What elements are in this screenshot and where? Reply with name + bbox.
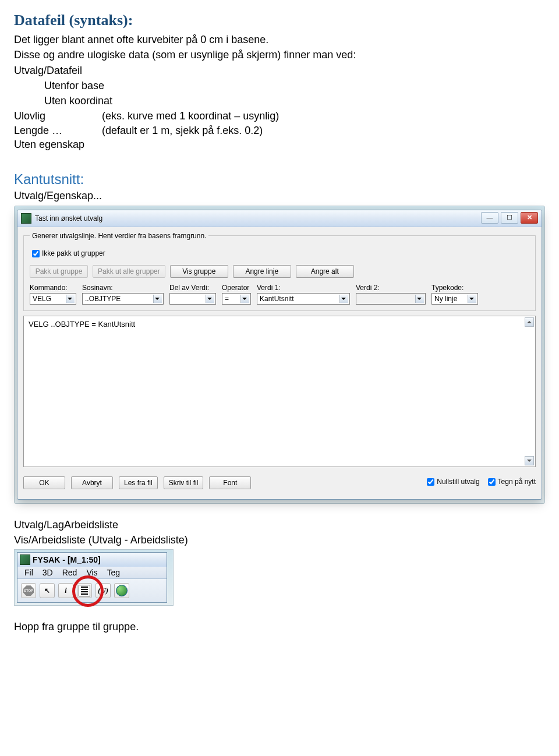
les-fra-fil-button[interactable]: Les fra fil (119, 476, 158, 489)
u-icon[interactable]: (U) (95, 583, 111, 598)
fysak-app-icon (20, 554, 30, 565)
maximize-button[interactable]: ☐ (501, 212, 518, 224)
del-av-verdi-combo[interactable] (169, 293, 216, 305)
ulovlig-desc: (eks. kurve med 1 koordinat – usynlig) (102, 109, 296, 123)
skriv-til-fil-button[interactable]: Skriv til fil (164, 476, 204, 489)
titlebar[interactable]: Tast inn ønsket utvalg — ☐ ✕ (17, 210, 542, 227)
verdi2-label: Verdi 2: (356, 284, 426, 292)
intro-line3: Utvalg/Datafeil (14, 63, 545, 77)
avbryt-button[interactable]: Avbryt (71, 476, 113, 489)
operator-label: Operator (222, 284, 251, 292)
intro-line2: Disse og andre ulogiske data (som er usy… (14, 48, 545, 62)
minimize-button[interactable]: — (481, 212, 498, 224)
app-icon (21, 213, 31, 224)
arrow-icon[interactable]: ↖ (40, 583, 55, 598)
checkbox-nullstill-input[interactable] (427, 478, 434, 486)
scroll-up-icon[interactable] (525, 317, 534, 327)
kommando-combo[interactable]: VELG (30, 293, 76, 305)
typekode-label: Typekode: (431, 284, 478, 292)
checkbox-tegn-input[interactable] (488, 478, 496, 486)
dialog-tast-inn: Tast inn ønsket utvalg — ☐ ✕ Generer utv… (17, 210, 542, 500)
checkbox-tegn[interactable]: Tegn på nytt (486, 476, 536, 487)
last-line: Hopp fra gruppe til gruppe. (14, 620, 545, 634)
font-button[interactable]: Font (209, 476, 251, 489)
intro-line4: Utenfor base (14, 79, 545, 93)
checkbox-tegn-label: Tegn på nytt (498, 478, 536, 486)
menu-3d[interactable]: 3D (39, 568, 56, 577)
vis-gruppe-button[interactable]: Vis gruppe (170, 265, 228, 278)
checkbox-nullstill-label: Nullstill utvalg (437, 478, 479, 486)
fysak-toolbar: STOP ↖ i (U) (17, 579, 167, 602)
window-title: Tast inn ønsket utvalg (35, 214, 102, 222)
menu-red[interactable]: Red (59, 568, 81, 577)
dialog-backdrop: Tast inn ønsket utvalg — ☐ ✕ Generer utv… (14, 206, 545, 504)
fysak-window: FYSAK - [M_1:50] Fil 3D Red Vis Teg STOP… (17, 552, 167, 603)
query-textarea[interactable]: VELG ..OBJTYPE = KantUtsnitt (23, 316, 536, 467)
groupbox-legend: Generer utvalgslinje. Hent verdier fra b… (30, 232, 208, 240)
checkbox-ikke-pakk-label: Ikke pakk ut grupper (42, 249, 105, 257)
verdi1-combo[interactable]: KantUtsnitt (257, 293, 350, 305)
fysak-backdrop: FYSAK - [M_1:50] Fil 3D Red Vis Teg STOP… (14, 549, 174, 606)
menu-fil[interactable]: Fil (21, 568, 37, 577)
verdi1-label: Verdi 1: (257, 284, 350, 292)
egenskap-label: Uten egenskap (14, 137, 102, 151)
stop-icon[interactable]: STOP (21, 583, 36, 598)
fysak-titlebar[interactable]: FYSAK - [M_1:50] (17, 553, 167, 567)
verdi2-combo (356, 293, 426, 305)
query-text: VELG ..OBJTYPE = KantUtsnitt (29, 320, 135, 328)
lengde-desc: (default er 1 m, sjekk på f.eks. 0.2) (102, 123, 296, 137)
fysak-menus: Fil 3D Red Vis Teg (17, 567, 167, 579)
checkbox-nullstill[interactable]: Nullstill utvalg (424, 476, 479, 487)
list-icon[interactable] (77, 583, 92, 598)
close-button[interactable]: ✕ (521, 212, 538, 224)
intro-line1: Det ligger blant annet ofte kurvebiter p… (14, 33, 545, 47)
groupbox-generer: Generer utvalgslinje. Hent verdier fra b… (23, 232, 536, 311)
sosinavn-label: Sosinavn: (82, 284, 164, 292)
menu-teg[interactable]: Teg (104, 568, 124, 577)
ulovlig-label: Ulovlig (14, 109, 102, 123)
ok-button[interactable]: OK (23, 476, 65, 489)
menu-vis[interactable]: Vis (83, 568, 101, 577)
angre-alt-button[interactable]: Angre alt (296, 265, 354, 278)
angre-linje-button[interactable]: Angre linje (233, 265, 291, 278)
sosinavn-combo[interactable]: ..OBJTYPE (82, 293, 164, 305)
lengde-label: Lengde … (14, 123, 102, 137)
del-av-verdi-label: Del av Verdi: (169, 284, 216, 292)
heading-datafeil: Datafeil (syntaks): (14, 12, 545, 29)
pakk-ut-alle-button: Pakk ut alle grupper (93, 265, 165, 278)
info-icon[interactable]: i (58, 583, 73, 598)
post-l2: Vis/Arbeidsliste (Utvalg - Arbeidsliste) (14, 533, 545, 547)
kant-line: Utvalg/Egenskap... (14, 189, 545, 203)
scroll-down-icon[interactable] (525, 456, 534, 465)
post-l1: Utvalg/LagArbeidsliste (14, 518, 545, 532)
typekode-combo[interactable]: Ny linje (431, 293, 478, 305)
heading-kantutsnitt: Kantutsnitt: (14, 171, 545, 188)
operator-combo[interactable]: = (222, 293, 251, 305)
pakk-ut-gruppe-button: Pakk ut gruppe (30, 265, 88, 278)
intro-line5: Uten koordinat (14, 94, 545, 108)
checkbox-ikke-pakk[interactable]: Ikke pakk ut grupper (30, 248, 105, 259)
globe-icon[interactable] (114, 583, 129, 598)
checkbox-ikke-pakk-input[interactable] (32, 250, 40, 257)
kommando-label: Kommando: (30, 284, 76, 292)
fysak-title: FYSAK - [M_1:50] (33, 555, 101, 564)
egenskap-desc (102, 137, 296, 151)
